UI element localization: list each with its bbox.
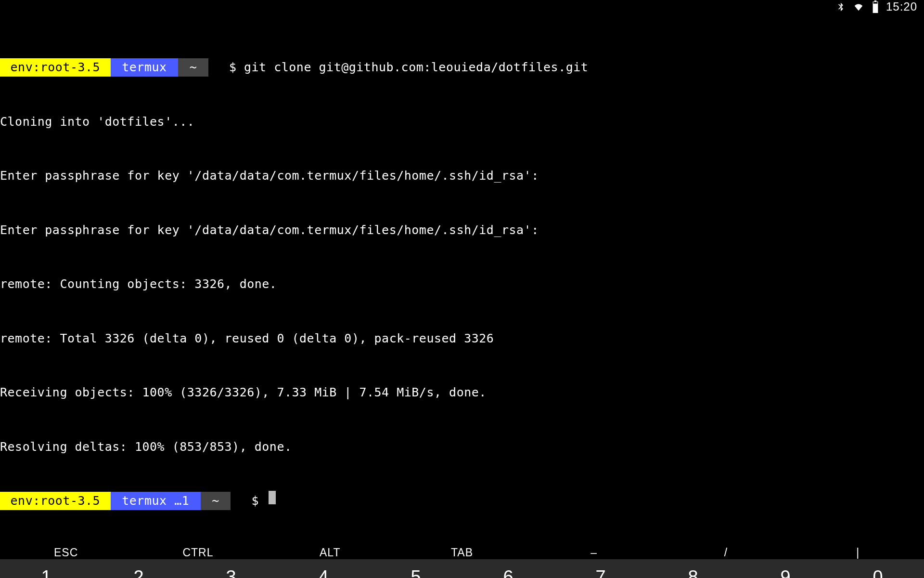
prompt-symbol: $ bbox=[231, 492, 266, 510]
android-status-bar: 15:20 bbox=[0, 0, 924, 13]
prompt-host: termux …1 bbox=[111, 492, 201, 510]
key-ctrl[interactable]: CTRL bbox=[132, 546, 264, 559]
prompt-symbol: $ bbox=[208, 58, 244, 77]
key-alt[interactable]: ALT bbox=[264, 546, 396, 559]
number-row: 1 2 3 4 5 6 7 8 9 0 bbox=[0, 559, 924, 578]
key-2[interactable]: 2 bbox=[92, 559, 185, 578]
output-line: remote: Total 3326 (delta 0), reused 0 (… bbox=[0, 329, 924, 348]
prompt-path: ~ bbox=[178, 58, 208, 77]
key-5[interactable]: 5 bbox=[370, 559, 462, 578]
command-text: git clone git@github.com:leouieda/dotfil… bbox=[244, 58, 588, 77]
bluetooth-icon bbox=[836, 0, 846, 13]
svg-rect-0 bbox=[873, 2, 878, 3]
prompt-path: ~ bbox=[201, 492, 231, 510]
key-esc[interactable]: ESC bbox=[0, 546, 132, 559]
key-slash[interactable]: / bbox=[660, 546, 792, 559]
key-dash[interactable]: – bbox=[528, 546, 660, 559]
output-line: remote: Counting objects: 3326, done. bbox=[0, 275, 924, 293]
output-line: Receiving objects: 100% (3326/3326), 7.3… bbox=[0, 383, 924, 402]
prompt-host: termux bbox=[111, 58, 178, 77]
wifi-icon bbox=[852, 1, 865, 12]
prompt-env: env:root-3.5 bbox=[0, 58, 111, 77]
output-line: Cloning into 'dotfiles'... bbox=[0, 113, 924, 131]
key-8[interactable]: 8 bbox=[647, 559, 739, 578]
prompt-line-1: env:root-3.5 termux ~ $ git clone git@gi… bbox=[0, 58, 924, 77]
key-9[interactable]: 9 bbox=[739, 559, 832, 578]
key-pipe[interactable]: | bbox=[792, 546, 924, 559]
key-0[interactable]: 0 bbox=[832, 559, 924, 578]
termux-extra-keys: ESC CTRL ALT TAB – / | bbox=[0, 546, 924, 559]
cursor bbox=[269, 491, 276, 504]
onscreen-keyboard: 1 2 3 4 5 6 7 8 9 0 q% w\ e| r= t[ y] u<… bbox=[0, 559, 924, 578]
key-3[interactable]: 3 bbox=[185, 559, 277, 578]
key-6[interactable]: 6 bbox=[462, 559, 554, 578]
key-7[interactable]: 7 bbox=[554, 559, 647, 578]
key-4[interactable]: 4 bbox=[277, 559, 370, 578]
battery-icon bbox=[872, 0, 879, 13]
output-line: Resolving deltas: 100% (853/853), done. bbox=[0, 438, 924, 456]
prompt-line-2: env:root-3.5 termux …1 ~ $ bbox=[0, 492, 924, 510]
key-tab[interactable]: TAB bbox=[396, 546, 528, 559]
clock: 15:20 bbox=[886, 0, 917, 13]
output-line: Enter passphrase for key '/data/data/com… bbox=[0, 221, 924, 239]
key-1[interactable]: 1 bbox=[0, 559, 92, 578]
prompt-env: env:root-3.5 bbox=[0, 492, 111, 510]
terminal[interactable]: env:root-3.5 termux ~ $ git clone git@gi… bbox=[0, 13, 924, 546]
output-line: Enter passphrase for key '/data/data/com… bbox=[0, 167, 924, 185]
